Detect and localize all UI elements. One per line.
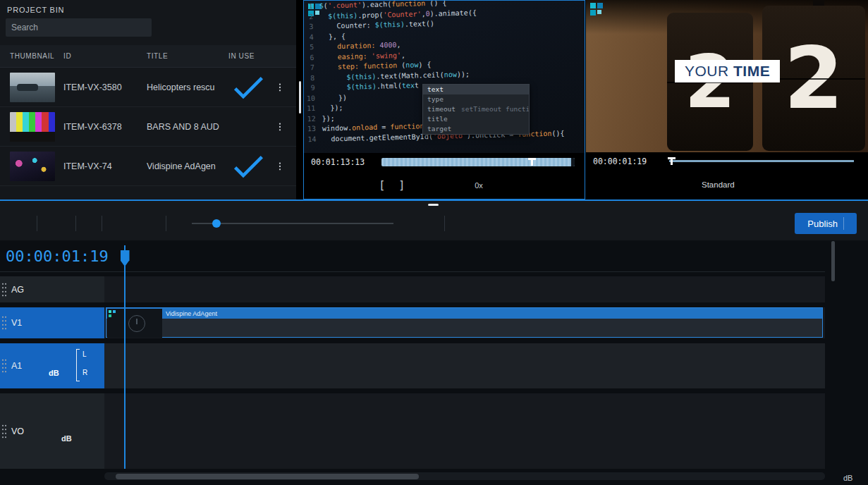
asset-title: BARS AND 8 AUD xyxy=(147,122,228,132)
edit-toolbar: Publish xyxy=(0,201,868,240)
db-meter xyxy=(839,240,868,474)
track-drag-handle[interactable] xyxy=(1,315,6,331)
vertical-scrollbar[interactable] xyxy=(831,241,835,281)
clip-thumbnail xyxy=(107,309,162,338)
program-playhead-marker[interactable] xyxy=(668,157,676,165)
timeline-clip[interactable]: Vidispine AdAgent xyxy=(106,307,823,338)
column-thumbnail: THUMBNAIL xyxy=(0,52,63,60)
track-header-v1[interactable]: V1 xyxy=(0,307,104,338)
waveform-right xyxy=(106,367,822,383)
timeline-panel: 00:00:01:19 AG V1 Vidispine AdAgent xyxy=(0,240,868,485)
asset-id: ITEM-VX-3580 xyxy=(63,82,147,92)
bin-row[interactable]: ITEM-VX-3580Helicopters rescu xyxy=(0,68,296,107)
program-scrubber[interactable] xyxy=(669,160,854,162)
channel-left-label: L xyxy=(82,350,87,358)
horizontal-scrollbar[interactable] xyxy=(104,472,825,480)
project-bin-title: PROJECT BIN xyxy=(0,0,296,17)
playback-speed-control[interactable]: 0x xyxy=(472,181,483,190)
source-playhead-marker[interactable] xyxy=(528,158,536,166)
track-drag-handle[interactable] xyxy=(1,358,6,374)
channel-controls: L R xyxy=(76,348,103,383)
track-name: A1 xyxy=(11,361,22,371)
program-player-panel: 2 2 YOUR TIME 00:00:01:19 Standard xyxy=(586,0,868,199)
autocomplete-item: text xyxy=(423,85,529,94)
source-scrubber[interactable] xyxy=(381,158,575,166)
panel-resize-handle[interactable] xyxy=(299,81,301,113)
bin-row[interactable]: ITEM-VX-6378BARS AND 8 AUD xyxy=(0,107,296,147)
track-lane-a1[interactable] xyxy=(104,343,825,388)
track-lane-v1[interactable]: Vidispine AdAgent xyxy=(104,307,825,338)
track-name: V1 xyxy=(11,318,22,328)
publish-button[interactable]: Publish xyxy=(795,213,857,234)
asset-thumbnail xyxy=(10,152,55,181)
track-drag-handle[interactable] xyxy=(1,282,6,297)
horizontal-scrollbar-thumb[interactable] xyxy=(116,474,419,479)
row-menu-icon[interactable] xyxy=(268,82,292,93)
speed-value: 0x xyxy=(475,181,483,190)
column-id: ID xyxy=(63,52,147,60)
track-header-a1[interactable]: A1 dB L R xyxy=(0,343,104,388)
column-title: TITLE xyxy=(147,52,228,60)
autocomplete-item: title xyxy=(423,114,529,124)
row-menu-icon[interactable] xyxy=(268,161,292,172)
timeline-current-timecode: 00:00:01:19 xyxy=(0,240,104,272)
track-name: AG xyxy=(11,285,24,295)
autocomplete-item: target xyxy=(423,124,529,134)
db-label[interactable]: dB xyxy=(49,369,59,377)
mark-in-button[interactable]: [ xyxy=(379,180,385,191)
program-timecode[interactable]: 00:00:01:19 xyxy=(593,156,647,166)
track-name: VO xyxy=(11,426,24,436)
asset-id: ITEM-VX-6378 xyxy=(63,122,147,132)
db-unit-label: dB xyxy=(843,474,852,482)
row-menu-icon[interactable] xyxy=(268,121,292,133)
channel-right-label: R xyxy=(82,369,87,376)
timeline-zoom-slider[interactable] xyxy=(192,217,393,230)
in-use-check-icon xyxy=(228,68,268,107)
asset-title: Helicopters rescu xyxy=(147,82,228,92)
track-header-ag[interactable]: AG xyxy=(0,276,104,302)
your-time-overlay: YOUR TIME xyxy=(675,60,780,82)
quality-selector[interactable]: Standard xyxy=(702,180,735,189)
asset-title: Vidispine AdAgen xyxy=(147,161,228,171)
project-bin-panel: PROJECT BIN THUMBNAIL ID TITLE IN USE IT… xyxy=(0,0,296,199)
program-transport: Standard xyxy=(586,171,868,199)
asset-thumbnail xyxy=(10,73,55,102)
source-timecode[interactable]: 00:01:13:13 xyxy=(311,157,365,167)
splitter-handle[interactable] xyxy=(428,204,439,206)
waveform-left xyxy=(106,347,822,364)
bin-rows: ITEM-VX-3580Helicopters rescuITEM-VX-637… xyxy=(0,68,296,186)
autocomplete-item: timeoutsetTimeout function xyxy=(423,104,529,114)
asset-thumbnail xyxy=(10,112,55,142)
track-lane-vo[interactable] xyxy=(104,393,825,469)
publish-label: Publish xyxy=(807,219,838,229)
bin-row[interactable]: ITEM-VX-74Vidispine AdAgen xyxy=(0,147,296,186)
timeline-ruler[interactable] xyxy=(104,240,825,272)
track-drag-handle[interactable] xyxy=(1,424,6,439)
video-editor-app: PROJECT BIN THUMBNAIL ID TITLE IN USE IT… xyxy=(0,0,868,485)
db-label[interactable]: dB xyxy=(61,434,72,443)
search-input[interactable] xyxy=(6,23,147,32)
program-video-viewport[interactable]: 2 2 YOUR TIME xyxy=(586,0,868,152)
bin-table-header: THUMBNAIL ID TITLE IN USE xyxy=(0,45,296,68)
asset-id: ITEM-VX-74 xyxy=(63,161,147,171)
track-lane-ag[interactable] xyxy=(104,276,825,302)
column-in-use: IN USE xyxy=(228,52,268,60)
search-box[interactable] xyxy=(6,18,152,37)
channel-bracket xyxy=(76,349,80,381)
source-video-viewport[interactable]: 1$('.count').each(function () {2 $(this)… xyxy=(304,1,585,153)
track-header-vo[interactable]: VO dB xyxy=(0,393,104,469)
autocomplete-item: type xyxy=(423,94,529,104)
in-use-check-icon xyxy=(228,147,268,186)
playhead-line xyxy=(124,245,126,469)
mark-out-button[interactable]: ] xyxy=(398,180,405,191)
source-player-panel: 1$('.count').each(function () {2 $(this)… xyxy=(303,0,585,199)
zoom-slider-knob[interactable] xyxy=(212,219,221,228)
code-autocomplete-popup: texttypetimeoutsetTimeout functiontitlet… xyxy=(422,84,530,135)
clip-title: Vidispine AdAgent xyxy=(166,310,217,317)
source-transport: [ ] 0x xyxy=(304,171,585,199)
